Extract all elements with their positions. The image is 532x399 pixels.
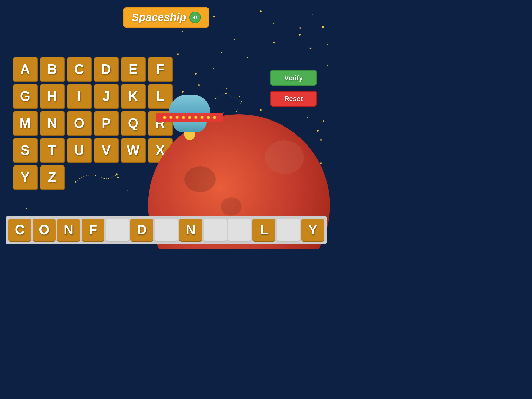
letter-tile-v[interactable]: V bbox=[94, 138, 119, 163]
answer-tile-3[interactable]: F bbox=[82, 219, 104, 242]
sound-button[interactable] bbox=[189, 12, 201, 23]
answer-tile-1[interactable]: O bbox=[33, 219, 56, 242]
letter-z: Z bbox=[48, 169, 56, 185]
letter-tile-e[interactable]: E bbox=[121, 57, 146, 82]
letter-b: B bbox=[47, 61, 57, 77]
verify-button[interactable]: Verify bbox=[270, 70, 317, 86]
letter-tile-d[interactable]: D bbox=[94, 57, 119, 82]
light-7 bbox=[200, 116, 204, 119]
light-3 bbox=[175, 116, 179, 119]
svg-point-6 bbox=[241, 101, 242, 102]
reset-button[interactable]: Reset bbox=[270, 91, 317, 107]
letter-w: W bbox=[127, 142, 139, 158]
answer-tile-5[interactable]: D bbox=[130, 219, 153, 242]
answer-tile-9[interactable] bbox=[228, 219, 251, 242]
answer-tile-2[interactable]: N bbox=[57, 219, 80, 242]
planet-spot-2 bbox=[221, 197, 242, 216]
letter-tile-j[interactable]: J bbox=[94, 84, 119, 109]
svg-line-2 bbox=[236, 101, 242, 112]
letter-tile-c[interactable]: C bbox=[67, 57, 92, 82]
letter-tile-z[interactable]: Z bbox=[40, 165, 65, 190]
letter-tile-y[interactable]: Y bbox=[13, 165, 38, 190]
light-9 bbox=[213, 116, 216, 119]
letter-e: E bbox=[129, 61, 138, 77]
letter-tile-n[interactable]: N bbox=[40, 111, 65, 136]
letter-i: I bbox=[77, 88, 81, 104]
game-title: Spaceship bbox=[132, 11, 186, 24]
answer-tile-4[interactable] bbox=[106, 219, 129, 242]
letter-m: M bbox=[19, 115, 31, 131]
answer-tile-0[interactable]: C bbox=[8, 219, 31, 242]
letter-tile-g[interactable]: G bbox=[13, 84, 38, 109]
letter-y: Y bbox=[21, 169, 30, 185]
letter-f: F bbox=[156, 61, 164, 77]
letter-d: D bbox=[101, 61, 111, 77]
light-5 bbox=[188, 116, 191, 119]
svg-line-1 bbox=[226, 94, 242, 101]
svg-point-5 bbox=[225, 93, 227, 94]
verify-label: Verify bbox=[284, 74, 303, 82]
letter-n: N bbox=[47, 115, 57, 131]
answer-tile-8[interactable] bbox=[204, 219, 227, 242]
light-8 bbox=[207, 116, 210, 119]
letter-o: O bbox=[74, 115, 84, 131]
spaceship-body bbox=[156, 113, 223, 122]
action-buttons: Verify Reset bbox=[270, 70, 317, 107]
letter-q: Q bbox=[128, 115, 138, 131]
letter-g: G bbox=[20, 88, 30, 104]
letter-tile-a[interactable]: A bbox=[13, 57, 38, 82]
letter-tile-q[interactable]: Q bbox=[121, 111, 146, 136]
planet-spot-3 bbox=[265, 140, 304, 174]
letter-c: C bbox=[74, 61, 84, 77]
letter-tile-k[interactable]: K bbox=[121, 84, 146, 109]
sound-icon bbox=[192, 14, 198, 21]
letter-k: K bbox=[128, 88, 138, 104]
letter-v: V bbox=[102, 142, 111, 158]
letter-h: H bbox=[47, 88, 57, 104]
planet-spot-1 bbox=[184, 166, 216, 192]
letter-u: U bbox=[74, 142, 84, 158]
letter-tile-b[interactable]: B bbox=[40, 57, 65, 82]
letter-tile-o[interactable]: O bbox=[67, 111, 92, 136]
answer-tile-7[interactable]: N bbox=[179, 219, 202, 242]
letter-tile-p[interactable]: P bbox=[94, 111, 119, 136]
letter-a: A bbox=[20, 61, 30, 77]
letter-t: T bbox=[48, 142, 56, 158]
alphabet-grid: ABCDEFGHIJKLMNOPQRSTUVWXYZ bbox=[13, 57, 173, 190]
spaceship bbox=[156, 95, 223, 140]
letter-j: J bbox=[102, 88, 110, 104]
light-2 bbox=[169, 116, 173, 119]
title-box: Spaceship bbox=[123, 7, 209, 28]
answer-tile-10[interactable]: L bbox=[252, 219, 275, 242]
light-6 bbox=[194, 116, 198, 119]
letter-tile-w[interactable]: W bbox=[121, 138, 146, 163]
letter-tile-m[interactable]: M bbox=[13, 111, 38, 136]
light-1 bbox=[163, 116, 167, 119]
letter-tile-i[interactable]: I bbox=[67, 84, 92, 109]
letter-tile-h[interactable]: H bbox=[40, 84, 65, 109]
reset-label: Reset bbox=[284, 95, 303, 103]
answer-tile-11[interactable] bbox=[277, 219, 300, 242]
svg-point-7 bbox=[236, 111, 237, 112]
spaceship-underbelly bbox=[173, 122, 207, 132]
spaceship-stripe bbox=[156, 113, 223, 122]
answer-row: CONFDNLY bbox=[6, 216, 327, 244]
spaceship-engine bbox=[184, 132, 195, 140]
answer-tile-12[interactable]: Y bbox=[301, 219, 324, 242]
letter-s: S bbox=[21, 142, 30, 158]
letter-tile-s[interactable]: S bbox=[13, 138, 38, 163]
light-4 bbox=[182, 116, 185, 119]
letter-tile-f[interactable]: F bbox=[148, 57, 173, 82]
letter-tile-t[interactable]: T bbox=[40, 138, 65, 163]
spaceship-dome bbox=[169, 95, 210, 113]
letter-p: P bbox=[102, 115, 111, 131]
letter-tile-u[interactable]: U bbox=[67, 138, 92, 163]
title-container: Spaceship bbox=[123, 7, 209, 28]
answer-tile-6[interactable] bbox=[155, 219, 178, 242]
